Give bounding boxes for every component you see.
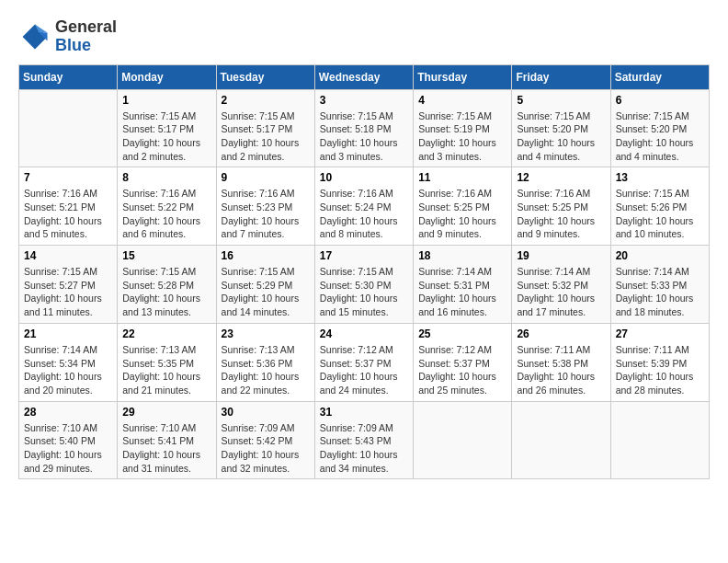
- day-number: 21: [24, 327, 112, 340]
- calendar-cell: 15Sunrise: 7:15 AMSunset: 5:28 PMDayligh…: [118, 246, 216, 324]
- day-info: Sunrise: 7:16 AMSunset: 5:25 PMDaylight:…: [418, 187, 506, 241]
- day-info: Sunrise: 7:13 AMSunset: 5:36 PMDaylight:…: [222, 343, 310, 397]
- day-number: 28: [24, 406, 112, 419]
- logo-icon: [18, 20, 51, 53]
- day-number: 23: [222, 327, 310, 340]
- day-info: Sunrise: 7:15 AMSunset: 5:26 PMDaylight:…: [616, 187, 704, 241]
- day-number: 31: [320, 406, 408, 419]
- week-row-5: 28Sunrise: 7:10 AMSunset: 5:40 PMDayligh…: [19, 401, 710, 479]
- day-info: Sunrise: 7:16 AMSunset: 5:21 PMDaylight:…: [24, 187, 112, 241]
- calendar-cell: 9Sunrise: 7:16 AMSunset: 5:23 PMDaylight…: [216, 167, 314, 246]
- day-number: 8: [122, 171, 210, 184]
- week-row-1: 1Sunrise: 7:15 AMSunset: 5:17 PMDaylight…: [19, 89, 710, 167]
- day-number: 25: [418, 327, 506, 340]
- day-number: 15: [122, 249, 210, 262]
- day-info: Sunrise: 7:15 AMSunset: 5:19 PMDaylight:…: [418, 109, 506, 164]
- calendar-cell: 23Sunrise: 7:13 AMSunset: 5:36 PMDayligh…: [216, 323, 314, 401]
- day-info: Sunrise: 7:15 AMSunset: 5:18 PMDaylight:…: [320, 109, 408, 164]
- calendar-cell: 20Sunrise: 7:14 AMSunset: 5:33 PMDayligh…: [610, 246, 709, 324]
- calendar-header-row: SundayMondayTuesdayWednesdayThursdayFrid…: [19, 64, 710, 89]
- day-number: 13: [616, 171, 704, 184]
- calendar-cell: [610, 401, 709, 479]
- day-number: 3: [320, 94, 408, 107]
- day-number: 18: [418, 249, 506, 262]
- day-number: 29: [122, 406, 210, 419]
- calendar-table: SundayMondayTuesdayWednesdayThursdayFrid…: [18, 64, 710, 480]
- day-info: Sunrise: 7:15 AMSunset: 5:20 PMDaylight:…: [616, 109, 704, 164]
- calendar-cell: 3Sunrise: 7:15 AMSunset: 5:18 PMDaylight…: [314, 89, 413, 167]
- header-saturday: Saturday: [610, 64, 709, 89]
- logo-text: General Blue: [55, 18, 117, 55]
- calendar-cell: 14Sunrise: 7:15 AMSunset: 5:27 PMDayligh…: [19, 246, 118, 324]
- week-row-2: 7Sunrise: 7:16 AMSunset: 5:21 PMDaylight…: [19, 167, 710, 246]
- calendar-cell: [19, 89, 118, 167]
- day-info: Sunrise: 7:13 AMSunset: 5:35 PMDaylight:…: [122, 343, 210, 397]
- day-info: Sunrise: 7:09 AMSunset: 5:43 PMDaylight:…: [320, 421, 408, 476]
- day-info: Sunrise: 7:15 AMSunset: 5:17 PMDaylight:…: [122, 109, 210, 164]
- calendar-cell: [512, 401, 610, 479]
- day-info: Sunrise: 7:11 AMSunset: 5:38 PMDaylight:…: [517, 343, 605, 397]
- calendar-cell: 5Sunrise: 7:15 AMSunset: 5:20 PMDaylight…: [512, 89, 610, 167]
- day-info: Sunrise: 7:15 AMSunset: 5:29 PMDaylight:…: [222, 265, 310, 319]
- day-number: 30: [222, 406, 310, 419]
- logo: General Blue: [18, 18, 117, 55]
- calendar-cell: 13Sunrise: 7:15 AMSunset: 5:26 PMDayligh…: [610, 167, 709, 246]
- header-wednesday: Wednesday: [314, 64, 413, 89]
- day-info: Sunrise: 7:15 AMSunset: 5:27 PMDaylight:…: [24, 265, 112, 319]
- calendar-cell: 7Sunrise: 7:16 AMSunset: 5:21 PMDaylight…: [19, 167, 118, 246]
- day-number: 14: [24, 249, 112, 262]
- calendar-cell: 22Sunrise: 7:13 AMSunset: 5:35 PMDayligh…: [118, 323, 216, 401]
- day-number: 16: [222, 249, 310, 262]
- day-number: 20: [616, 249, 704, 262]
- calendar-cell: 29Sunrise: 7:10 AMSunset: 5:41 PMDayligh…: [118, 401, 216, 479]
- day-number: 22: [122, 327, 210, 340]
- calendar-cell: 16Sunrise: 7:15 AMSunset: 5:29 PMDayligh…: [216, 246, 314, 324]
- day-number: 19: [517, 249, 605, 262]
- day-info: Sunrise: 7:15 AMSunset: 5:28 PMDaylight:…: [122, 265, 210, 319]
- day-info: Sunrise: 7:14 AMSunset: 5:34 PMDaylight:…: [24, 343, 112, 397]
- week-row-4: 21Sunrise: 7:14 AMSunset: 5:34 PMDayligh…: [19, 323, 710, 401]
- calendar-cell: 8Sunrise: 7:16 AMSunset: 5:22 PMDaylight…: [118, 167, 216, 246]
- day-number: 6: [616, 94, 704, 107]
- day-number: 26: [517, 327, 605, 340]
- calendar-cell: 26Sunrise: 7:11 AMSunset: 5:38 PMDayligh…: [512, 323, 610, 401]
- calendar-cell: 2Sunrise: 7:15 AMSunset: 5:17 PMDaylight…: [216, 89, 314, 167]
- day-number: 27: [616, 327, 704, 340]
- calendar-cell: 21Sunrise: 7:14 AMSunset: 5:34 PMDayligh…: [19, 323, 118, 401]
- header-friday: Friday: [512, 64, 610, 89]
- day-number: 9: [222, 171, 310, 184]
- calendar-cell: 12Sunrise: 7:16 AMSunset: 5:25 PMDayligh…: [512, 167, 610, 246]
- calendar-cell: 6Sunrise: 7:15 AMSunset: 5:20 PMDaylight…: [610, 89, 709, 167]
- calendar-cell: 30Sunrise: 7:09 AMSunset: 5:42 PMDayligh…: [216, 401, 314, 479]
- day-number: 24: [320, 327, 408, 340]
- day-number: 7: [24, 171, 112, 184]
- day-number: 11: [418, 171, 506, 184]
- calendar-cell: 28Sunrise: 7:10 AMSunset: 5:40 PMDayligh…: [19, 401, 118, 479]
- day-info: Sunrise: 7:15 AMSunset: 5:20 PMDaylight:…: [517, 109, 605, 164]
- calendar-cell: 24Sunrise: 7:12 AMSunset: 5:37 PMDayligh…: [314, 323, 413, 401]
- calendar-cell: [414, 401, 512, 479]
- calendar-cell: 27Sunrise: 7:11 AMSunset: 5:39 PMDayligh…: [610, 323, 709, 401]
- calendar-cell: 4Sunrise: 7:15 AMSunset: 5:19 PMDaylight…: [414, 89, 512, 167]
- day-number: 2: [222, 94, 310, 107]
- day-number: 4: [418, 94, 506, 107]
- day-info: Sunrise: 7:11 AMSunset: 5:39 PMDaylight:…: [616, 343, 704, 397]
- day-number: 10: [320, 171, 408, 184]
- page-header: General Blue: [18, 18, 710, 55]
- day-info: Sunrise: 7:16 AMSunset: 5:24 PMDaylight:…: [320, 187, 408, 241]
- week-row-3: 14Sunrise: 7:15 AMSunset: 5:27 PMDayligh…: [19, 246, 710, 324]
- calendar-cell: 25Sunrise: 7:12 AMSunset: 5:37 PMDayligh…: [414, 323, 512, 401]
- day-info: Sunrise: 7:14 AMSunset: 5:31 PMDaylight:…: [418, 265, 506, 319]
- day-info: Sunrise: 7:15 AMSunset: 5:30 PMDaylight:…: [320, 265, 408, 319]
- day-info: Sunrise: 7:16 AMSunset: 5:23 PMDaylight:…: [222, 187, 310, 241]
- calendar-cell: 1Sunrise: 7:15 AMSunset: 5:17 PMDaylight…: [118, 89, 216, 167]
- day-number: 1: [122, 94, 210, 107]
- day-info: Sunrise: 7:12 AMSunset: 5:37 PMDaylight:…: [320, 343, 408, 397]
- calendar-cell: 31Sunrise: 7:09 AMSunset: 5:43 PMDayligh…: [314, 401, 413, 479]
- calendar-cell: 10Sunrise: 7:16 AMSunset: 5:24 PMDayligh…: [314, 167, 413, 246]
- calendar-cell: 17Sunrise: 7:15 AMSunset: 5:30 PMDayligh…: [314, 246, 413, 324]
- day-number: 12: [517, 171, 605, 184]
- day-info: Sunrise: 7:16 AMSunset: 5:22 PMDaylight:…: [122, 187, 210, 241]
- day-info: Sunrise: 7:10 AMSunset: 5:40 PMDaylight:…: [24, 421, 112, 476]
- day-info: Sunrise: 7:12 AMSunset: 5:37 PMDaylight:…: [418, 343, 506, 397]
